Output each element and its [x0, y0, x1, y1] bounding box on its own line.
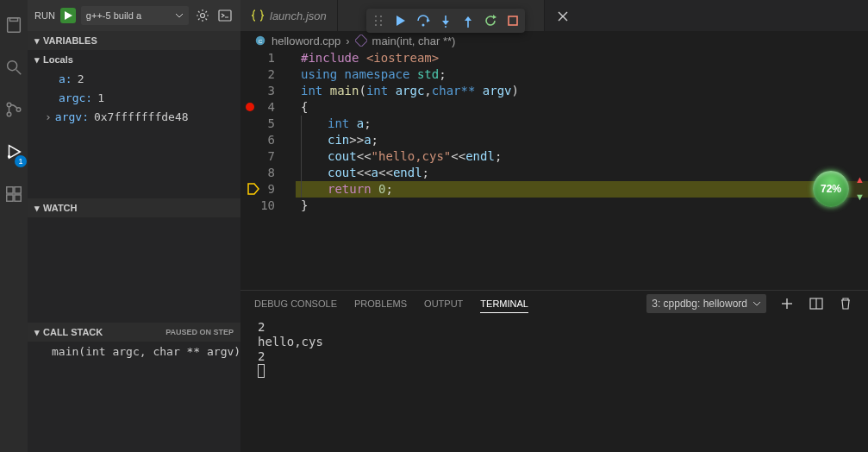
chevron-down-icon [752, 299, 761, 308]
svg-point-14 [201, 14, 205, 18]
debug-toolbar[interactable] [366, 9, 525, 33]
new-terminal-button[interactable] [778, 295, 796, 312]
drag-handle-icon[interactable] [372, 14, 385, 28]
callstack-section-header[interactable]: ▾ CALL STACK PAUSED ON STEP [28, 323, 240, 342]
svg-marker-36 [465, 16, 471, 21]
svg-marker-33 [442, 21, 449, 25]
svg-point-25 [375, 20, 377, 22]
code-editor[interactable]: 1 2 3 4 5 6 7 8 9 10 #include <iostream>… [240, 50, 868, 290]
svg-rect-12 [15, 195, 21, 201]
watch-list [28, 217, 240, 323]
chevron-right-icon[interactable]: › [45, 110, 52, 123]
debug-console-icon[interactable] [216, 7, 234, 24]
step-into-icon[interactable] [439, 14, 453, 28]
close-icon[interactable] [555, 9, 571, 24]
stack-frame[interactable]: main(int argc, char ** argv) [28, 342, 240, 361]
tab-output[interactable]: OUTPUT [424, 295, 463, 312]
debug-badge: 1 [15, 155, 27, 167]
chevron-down-icon: ▾ [34, 203, 40, 214]
restart-icon[interactable] [484, 14, 497, 28]
bottom-panel: DEBUG CONSOLE PROBLEMS OUTPUT TERMINAL 3… [240, 290, 868, 452]
svg-point-2 [8, 61, 17, 71]
variable-row[interactable]: a: 2 [28, 69, 240, 88]
svg-rect-1 [9, 18, 17, 22]
svg-point-37 [467, 26, 469, 28]
terminal-select[interactable]: 3: cppdbg: helloword [646, 294, 766, 313]
activity-explorer[interactable] [4, 16, 23, 37]
activity-run-debug[interactable]: 1 [4, 142, 23, 164]
terminal-output[interactable]: 2 hello,cys 2 [240, 317, 868, 452]
svg-marker-38 [493, 15, 496, 19]
code-content[interactable]: #include <iostream> using namespace std;… [301, 50, 868, 214]
continue-icon[interactable] [394, 14, 408, 28]
svg-marker-29 [397, 16, 405, 26]
breadcrumb[interactable]: C helloword.cpp › main(int, char **) [240, 31, 868, 50]
tab-terminal[interactable]: TERMINAL [480, 295, 528, 313]
chevron-down-icon: ▾ [34, 35, 40, 47]
line-number-gutter: 1 2 3 4 5 6 7 8 9 10 [240, 50, 296, 290]
callstack-status: PAUSED ON STEP [165, 328, 234, 336]
svg-rect-11 [7, 195, 13, 201]
tab-launch-json[interactable]: launch.json [240, 0, 338, 31]
svg-rect-9 [7, 187, 13, 193]
svg-rect-10 [15, 187, 21, 193]
svg-point-24 [380, 16, 382, 17]
step-over-icon[interactable] [416, 14, 430, 28]
breadcrumb-symbol: main(int, char **) [372, 35, 456, 47]
chevron-down-icon: ▾ [34, 54, 40, 66]
tab-debug-console[interactable]: DEBUG CONSOLE [254, 295, 337, 312]
svg-marker-13 [65, 11, 72, 20]
step-out-icon[interactable] [461, 14, 475, 28]
callstack-list: main(int argc, char ** argv) [28, 342, 240, 452]
variable-row[interactable]: argc: 1 [28, 88, 240, 107]
svg-point-31 [422, 24, 425, 27]
chevron-down-icon [175, 11, 184, 20]
arrow-up-icon: ▲ [855, 174, 865, 185]
tab-label: launch.json [270, 9, 327, 22]
svg-point-4 [7, 103, 11, 107]
cpp-file-icon: C [254, 35, 266, 47]
variables-list: a: 2 argc: 1 › argv: 0x7fffffffde48 [28, 69, 240, 198]
method-icon [355, 35, 367, 47]
editor-area: launch.json C helloword.cpp › main(int, … [240, 0, 868, 452]
gear-icon[interactable] [194, 7, 211, 24]
run-header: RUN g++-5 build a [28, 0, 240, 31]
callstack-title: CALL STACK [43, 327, 103, 337]
split-terminal-button[interactable] [808, 295, 825, 312]
svg-point-23 [375, 16, 377, 17]
svg-point-28 [380, 24, 382, 26]
json-icon [251, 9, 265, 22]
svg-point-34 [445, 26, 446, 28]
activity-extensions[interactable] [4, 185, 23, 206]
chevron-down-icon: ▾ [34, 327, 40, 338]
tab-problems[interactable]: PROBLEMS [354, 295, 407, 312]
kill-terminal-button[interactable] [837, 295, 854, 312]
activity-search[interactable] [4, 58, 23, 79]
scroll-indicator: ▲ ▼ [855, 174, 865, 202]
svg-point-6 [16, 108, 21, 112]
svg-text:C: C [259, 38, 263, 44]
launch-config-select[interactable]: g++-5 build a [81, 6, 189, 25]
percent-badge[interactable]: 72% [813, 171, 849, 207]
svg-rect-39 [509, 16, 517, 25]
locals-header[interactable]: ▾ Locals [28, 50, 240, 69]
chevron-right-icon: › [346, 35, 349, 47]
variables-section-header[interactable]: ▾ VARIABLES [28, 31, 240, 50]
svg-rect-18 [355, 35, 367, 47]
panel-tabs: DEBUG CONSOLE PROBLEMS OUTPUT TERMINAL 3… [240, 291, 868, 317]
svg-point-5 [7, 112, 11, 116]
activity-bar: 1 [0, 0, 28, 452]
svg-point-26 [380, 20, 382, 22]
terminal-select-label: 3: cppdbg: helloword [652, 298, 747, 310]
variables-title: VARIABLES [43, 35, 97, 46]
watch-section-header[interactable]: ▾ WATCH [28, 198, 240, 217]
breadcrumb-file: helloword.cpp [272, 35, 340, 47]
start-debug-button[interactable] [60, 8, 76, 23]
stop-icon[interactable] [506, 14, 520, 28]
launch-config-name: g++-5 build a [86, 10, 141, 21]
svg-line-3 [16, 70, 22, 75]
editor-tabs: launch.json [240, 0, 868, 31]
activity-scm[interactable] [4, 100, 23, 122]
svg-point-27 [375, 24, 377, 26]
variable-row[interactable]: › argv: 0x7fffffffde48 [28, 107, 240, 126]
